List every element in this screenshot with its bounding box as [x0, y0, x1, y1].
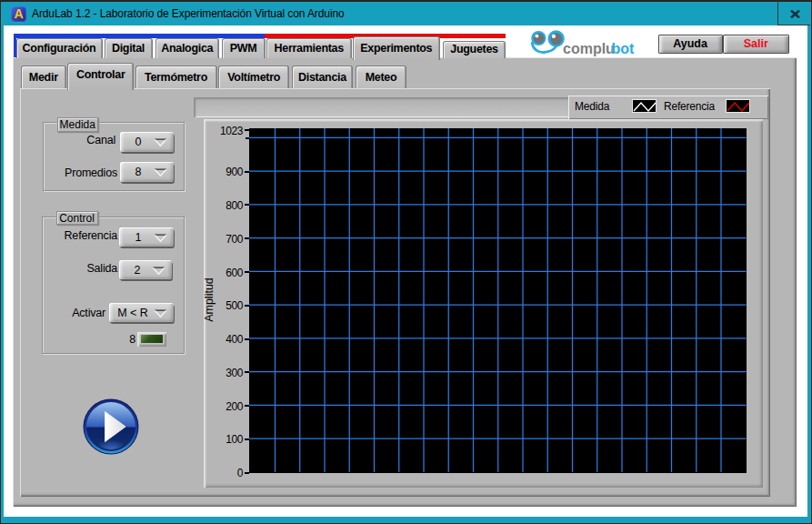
svg-text:complu: complu: [563, 41, 615, 56]
svg-text:bot: bot: [612, 41, 636, 56]
